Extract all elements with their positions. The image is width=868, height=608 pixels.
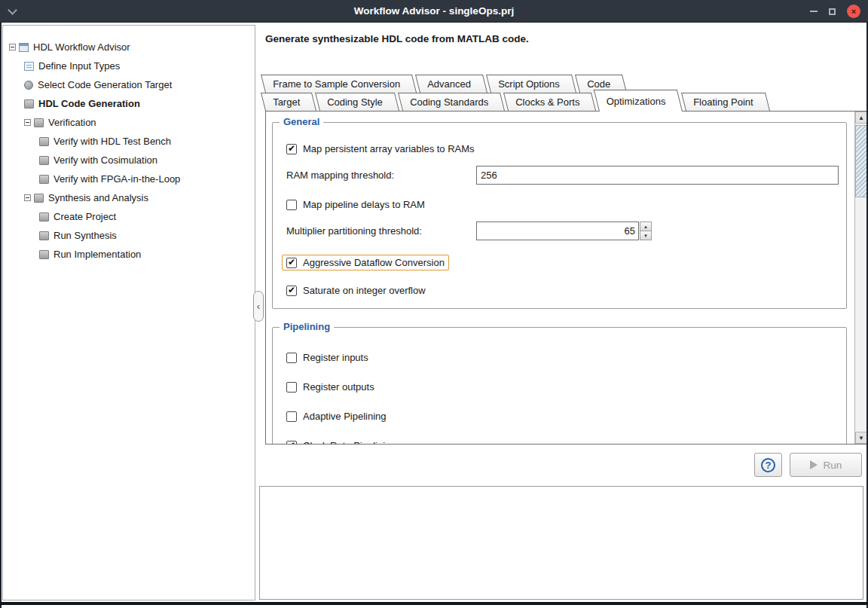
tree-item-select-code-generation-target[interactable]: Select Code Generation Target xyxy=(3,75,255,94)
checkbox-label: Register outputs xyxy=(303,381,374,393)
tab-label: Coding Style xyxy=(327,96,383,108)
help-button[interactable]: ? xyxy=(754,453,782,477)
register-outputs-checkbox[interactable] xyxy=(286,382,297,393)
window-bottom-edge xyxy=(0,602,868,605)
checkbox-label: Adaptive Pipelining xyxy=(303,411,387,422)
spinner-up-icon[interactable]: ▲ xyxy=(640,222,652,231)
field-label: RAM mapping threshold: xyxy=(286,170,476,181)
tree-item-verification[interactable]: Verification xyxy=(3,113,255,132)
group-title: Pipelining xyxy=(280,321,334,332)
checkbox-row: Clock Rate Pipelining xyxy=(286,440,839,444)
tree-item-hdl-workflow-advisor[interactable]: HDL Workflow Advisor xyxy=(3,38,255,57)
tree-item-label: Synthesis and Analysis xyxy=(48,192,148,203)
folder-icon xyxy=(39,231,49,240)
document-icon xyxy=(24,62,34,71)
tab-advanced[interactable]: Advanced xyxy=(415,75,487,93)
tree-item-label: Define Input Types xyxy=(38,60,120,72)
tree-item-create-project[interactable]: Create Project xyxy=(3,207,255,226)
checkbox-row: Saturate on integer overflow xyxy=(286,285,839,296)
tab-frame-to-sample-conversion[interactable]: Frame to Sample Conversion xyxy=(261,75,417,93)
help-icon: ? xyxy=(761,458,775,472)
field-row: Multiplier partitioning threshold:65▲▼ xyxy=(286,222,839,240)
checkbox-label: Saturate on integer overflow xyxy=(303,285,426,296)
tab-optimizations[interactable]: Optimizations xyxy=(594,90,683,112)
folder-icon xyxy=(39,175,49,184)
checkbox-row: Map pipeline delays to RAM xyxy=(286,199,839,210)
scrollbar-thumb[interactable] xyxy=(855,125,867,197)
tab-label: Target xyxy=(273,96,300,108)
folder-icon xyxy=(39,137,49,146)
app-window-icon xyxy=(19,43,29,52)
play-icon xyxy=(810,460,818,469)
tab-label: Optimizations xyxy=(607,96,666,107)
tab-floating-point[interactable]: Floating Point xyxy=(681,93,769,111)
tree-expander-minus-icon[interactable] xyxy=(9,44,16,50)
checkbox-row: Aggressive Dataflow Conversion xyxy=(286,255,839,270)
tab-label: Script Options xyxy=(498,78,560,90)
checkbox-row: Register inputs xyxy=(286,352,839,363)
spinner-buttons: ▲▼ xyxy=(640,222,652,240)
folder-icon xyxy=(39,212,49,222)
map-persistent-arrays-to-rams-checkbox[interactable] xyxy=(286,144,297,154)
group-general: GeneralMap persistent array variables to… xyxy=(272,122,847,309)
tree-item-verify-with-hdl-test-bench[interactable]: Verify with HDL Test Bench xyxy=(3,132,255,151)
input-value: 65 xyxy=(625,225,635,237)
checkbox-row: Map persistent array variables to RAMs xyxy=(286,143,839,154)
adaptive-pipelining-checkbox[interactable] xyxy=(286,411,297,422)
tab-label: Frame to Sample Conversion xyxy=(273,78,400,90)
tree-item-synthesis-and-analysis[interactable]: Synthesis and Analysis xyxy=(3,188,255,207)
checkbox-label: Clock Rate Pipelining xyxy=(303,440,396,444)
clock-rate-pipelining-checkbox[interactable] xyxy=(286,441,297,445)
tree-item-run-synthesis[interactable]: Run Synthesis xyxy=(3,226,255,245)
checkbox-label: Map persistent array variables to RAMs xyxy=(303,143,475,154)
aggressive-dataflow-conversion-checkbox[interactable] xyxy=(286,258,297,268)
vertical-scrollbar[interactable]: ▲ ▼ xyxy=(854,112,867,444)
tab-target[interactable]: Target xyxy=(261,93,316,111)
multiplier-partitioning-threshold-spinner[interactable]: 65 xyxy=(476,222,639,240)
tree-expander-minus-icon[interactable] xyxy=(24,194,31,201)
message-area[interactable] xyxy=(259,486,863,600)
minimize-icon[interactable] xyxy=(810,11,818,12)
folder-icon xyxy=(34,194,44,203)
tab-label: Code xyxy=(587,78,610,90)
tab-coding-style[interactable]: Coding Style xyxy=(315,93,399,111)
tree-item-hdl-code-generation[interactable]: HDL Code Generation xyxy=(3,94,255,113)
tree-expander-minus-icon[interactable] xyxy=(24,119,31,126)
close-icon[interactable]: × xyxy=(847,5,860,18)
action-row: ? Run xyxy=(754,453,862,477)
folder-icon xyxy=(24,99,34,108)
tree-item-label: Create Project xyxy=(53,211,116,222)
register-inputs-checkbox[interactable] xyxy=(286,353,297,363)
tab-label: Coding Standards xyxy=(410,96,488,108)
folder-icon xyxy=(34,118,44,127)
tab-coding-standards[interactable]: Coding Standards xyxy=(398,93,505,111)
spinner-down-icon[interactable]: ▼ xyxy=(640,231,652,240)
map-pipeline-delays-to-ram-checkbox[interactable] xyxy=(286,200,297,210)
saturate-on-integer-overflow-checkbox[interactable] xyxy=(286,286,297,296)
ram-mapping-threshold-input[interactable]: 256 xyxy=(476,166,839,185)
restore-icon[interactable] xyxy=(829,8,836,15)
focus-ring: Aggressive Dataflow Conversion xyxy=(282,255,449,270)
field-label: Multiplier partitioning threshold: xyxy=(286,225,476,237)
tab-script-options[interactable]: Script Options xyxy=(486,75,576,93)
run-button-label: Run xyxy=(824,460,842,471)
tab-row-1: Frame to Sample ConversionAdvancedScript… xyxy=(265,75,630,93)
tab-row-2: TargetCoding StyleCoding StandardsClocks… xyxy=(265,93,772,111)
tree-item-label: Run Implementation xyxy=(53,249,141,260)
scroll-up-icon[interactable]: ▲ xyxy=(855,112,867,124)
tree-item-label: Verify with Cosimulation xyxy=(53,154,157,166)
scroll-down-icon[interactable]: ▼ xyxy=(855,432,867,444)
collapse-panel-button[interactable]: ‹ xyxy=(253,291,264,322)
tab-clocks-ports[interactable]: Clocks & Ports xyxy=(503,93,596,111)
tab-label: Advanced xyxy=(427,78,471,90)
tree-item-run-implementation[interactable]: Run Implementation xyxy=(3,245,255,264)
tab-label: Floating Point xyxy=(693,96,753,108)
tree-item-verify-with-fpga-in-the-loop[interactable]: Verify with FPGA-in-the-Loop xyxy=(3,170,255,188)
group-title: General xyxy=(280,116,323,127)
tree-item-define-input-types[interactable]: Define Input Types xyxy=(3,57,255,75)
titlebar: Workflow Advisor - singleOps.prj × xyxy=(0,0,868,23)
run-button[interactable]: Run xyxy=(790,453,862,477)
checkbox-label: Map pipeline delays to RAM xyxy=(303,199,425,210)
folder-icon xyxy=(39,156,49,165)
tree-item-verify-with-cosimulation[interactable]: Verify with Cosimulation xyxy=(3,151,255,170)
